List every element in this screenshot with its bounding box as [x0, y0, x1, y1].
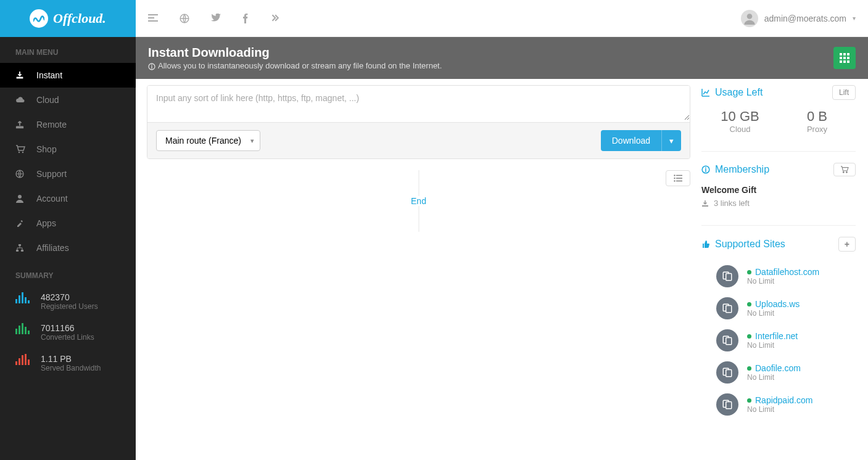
sidebar-item-support[interactable]: Support: [0, 162, 136, 186]
globe-icon: [15, 170, 25, 178]
cart-icon: [15, 145, 25, 154]
sidebar-item-label: Affiliates: [36, 243, 69, 253]
info-icon: [701, 165, 710, 174]
avatar: [741, 10, 758, 27]
download-button[interactable]: Download: [601, 130, 661, 151]
status-dot-icon: [747, 302, 751, 306]
svg-rect-43: [726, 402, 732, 409]
svg-rect-8: [21, 250, 23, 252]
svg-rect-35: [726, 274, 732, 281]
topbar: admin@moerats.com ▾: [136, 0, 868, 37]
site-link[interactable]: Daofile.com: [747, 363, 801, 373]
info-icon: [148, 63, 155, 70]
supported-site-row: Datafilehost.com No Limit: [701, 260, 856, 292]
supported-site-row: Uploads.ws No Limit: [701, 292, 856, 324]
chart-icon: [701, 88, 710, 97]
sidebar-item-label: Remote: [36, 120, 67, 129]
sidebar-item-label: Cloud: [36, 95, 59, 105]
svg-rect-37: [726, 306, 732, 313]
sidebar-item-shop[interactable]: Shop: [0, 137, 136, 162]
svg-point-31: [843, 171, 844, 173]
sidebar-item-remote[interactable]: Remote: [0, 112, 136, 137]
logo[interactable]: Offcloud.: [0, 0, 136, 37]
site-limit: No Limit: [747, 277, 819, 285]
summary-converted-links: 7011166 Converted Links: [0, 317, 136, 348]
supported-title: Supported Sites: [715, 239, 785, 250]
sidebar-item-label: Support: [36, 169, 67, 179]
svg-rect-39: [726, 338, 732, 345]
svg-rect-11: [148, 20, 158, 22]
page-title: Instant Downloading: [148, 46, 442, 60]
files-icon: [716, 297, 738, 319]
shop-button[interactable]: [833, 163, 856, 176]
bars-icon: [15, 292, 30, 303]
svg-rect-10: [148, 17, 154, 18]
download-card: Main route (France) Download ▾: [147, 85, 690, 159]
svg-rect-41: [726, 370, 732, 377]
download-dropdown-button[interactable]: ▾: [661, 130, 681, 151]
summary-value: 482370: [41, 292, 98, 302]
svg-rect-22: [843, 60, 846, 63]
sidebar-item-label: Shop: [36, 144, 57, 154]
site-link[interactable]: Uploads.ws: [747, 299, 800, 309]
usage-cloud-value: 10 GB: [701, 109, 779, 125]
status-dot-icon: [747, 270, 751, 274]
tools-icon: [15, 219, 25, 228]
files-icon: [716, 361, 738, 384]
svg-rect-9: [148, 14, 158, 15]
sidebar-section-main: MAIN MENU: [0, 37, 136, 63]
page-subtitle: Allows you to instantaneously download o…: [158, 61, 442, 70]
summary-label: Converted Links: [41, 333, 94, 342]
status-dot-icon: [747, 366, 751, 371]
site-link[interactable]: Datafilehost.com: [747, 267, 819, 277]
status-dot-icon: [747, 334, 751, 339]
sidebar-item-apps[interactable]: Apps: [0, 211, 136, 236]
svg-rect-6: [19, 244, 21, 246]
sidebar-item-label: Account: [36, 194, 68, 203]
grid-view-button[interactable]: [833, 47, 856, 69]
files-icon: [716, 265, 738, 287]
facebook-icon[interactable]: [242, 14, 249, 23]
sidebar-item-instant[interactable]: Instant: [0, 63, 136, 88]
summary-value: 1.11 PB: [41, 354, 101, 364]
sidebar-item-label: Instant: [36, 70, 62, 80]
site-link[interactable]: Interfile.net: [747, 331, 798, 341]
summary-served-bandwidth: 1.11 PB Served Bandwidth: [0, 348, 136, 379]
thumbs-up-icon: [701, 240, 710, 248]
globe-icon[interactable]: [180, 14, 189, 23]
lift-button[interactable]: Lift: [832, 85, 856, 100]
link-input[interactable]: [147, 86, 690, 120]
svg-point-5: [18, 195, 22, 199]
user-menu[interactable]: admin@moerats.com ▾: [741, 10, 856, 27]
site-link[interactable]: Rapidpaid.com: [747, 395, 812, 405]
svg-rect-15: [840, 53, 842, 55]
sidebar-section-summary: SUMMARY: [0, 260, 136, 286]
sidebar-item-account[interactable]: Account: [0, 186, 136, 211]
usage-panel: Usage Left Lift 10 GB Cloud 0 B Proxy: [701, 85, 856, 134]
svg-rect-33: [702, 205, 708, 207]
bars-icon: [15, 323, 30, 334]
site-limit: No Limit: [747, 341, 798, 350]
summary-label: Registered Users: [41, 302, 98, 311]
svg-rect-16: [843, 53, 846, 55]
svg-rect-17: [847, 53, 849, 55]
svg-rect-21: [840, 60, 842, 63]
site-limit: No Limit: [747, 405, 812, 414]
download-icon: [15, 71, 25, 80]
twitter-icon[interactable]: [211, 14, 221, 23]
files-icon: [716, 393, 738, 416]
route-select[interactable]: Main route (France): [156, 130, 260, 151]
menu-toggle-icon[interactable]: [148, 14, 158, 23]
usage-cloud-label: Cloud: [701, 125, 779, 134]
svg-point-32: [846, 171, 848, 173]
membership-panel: Membership Welcome Gift 3 links left: [701, 163, 856, 208]
timeline-end: End: [147, 170, 690, 206]
more-icon[interactable]: [270, 14, 279, 23]
download-icon: [701, 200, 709, 207]
sidebar-item-affiliates[interactable]: Affiliates: [0, 236, 136, 260]
membership-title: Membership: [715, 164, 769, 175]
svg-rect-7: [16, 250, 19, 252]
site-limit: No Limit: [747, 373, 801, 382]
add-site-button[interactable]: +: [838, 237, 856, 252]
sidebar-item-cloud[interactable]: Cloud: [0, 88, 136, 112]
